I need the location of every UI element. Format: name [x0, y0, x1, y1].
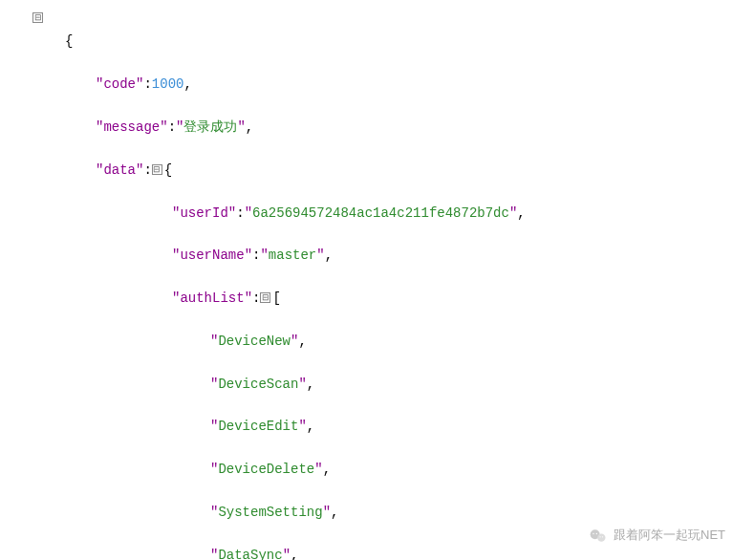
collapse-icon[interactable]: ⊟: [260, 292, 270, 303]
collapse-icon[interactable]: ⊟: [32, 12, 43, 23]
svg-point-2: [592, 532, 593, 533]
watermark-text: 跟着阿笨一起玩NET: [614, 526, 725, 546]
json-viewer: ⊟{ "code":1000, "message":"登录成功", "data"…: [19, 10, 735, 560]
svg-point-4: [600, 536, 601, 537]
collapse-icon[interactable]: ⊟: [152, 164, 162, 175]
auth-list-item: "DeviceScan",: [19, 374, 735, 395]
svg-point-3: [596, 532, 597, 533]
open-brace: {: [19, 31, 735, 52]
svg-point-5: [602, 536, 603, 537]
userid-line: "userId":"6a25694572484ac1a4c211fe4872b7…: [19, 203, 735, 224]
auth-list-item: "DataSync",: [19, 545, 735, 560]
svg-point-1: [597, 533, 605, 541]
watermark: 跟着阿笨一起玩NET: [589, 526, 725, 546]
auth-list-item: "DeviceEdit",: [19, 416, 735, 437]
auth-list-item: "SystemSetting",: [19, 502, 735, 523]
message-line: "message":"登录成功",: [19, 117, 735, 138]
auth-list-item: "DeviceNew",: [19, 331, 735, 352]
code-line: "code":1000,: [19, 74, 735, 95]
auth-list-item: "DeviceDelete",: [19, 459, 735, 480]
username-line: "userName":"master",: [19, 245, 735, 266]
wechat-icon: [589, 527, 608, 546]
data-line: "data":⊟{: [19, 160, 735, 181]
authlist-line: "authList":⊟[: [19, 288, 735, 309]
